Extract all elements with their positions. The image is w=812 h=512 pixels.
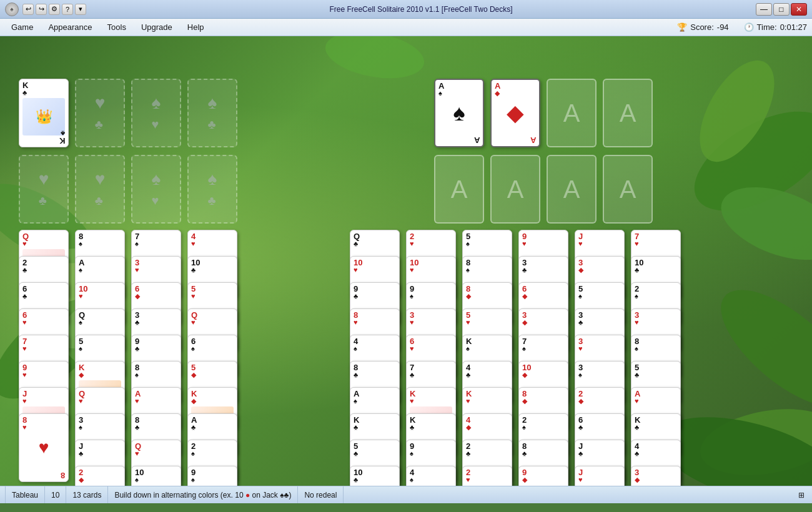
foundation-5[interactable]: A bbox=[434, 155, 484, 224]
freecell-7[interactable]: ♠♥ bbox=[131, 155, 181, 224]
freecell-2[interactable]: ♥♣ bbox=[75, 79, 125, 147]
menu-upgrade[interactable]: Upgrade bbox=[135, 21, 179, 34]
score-icon: 🏆 bbox=[677, 22, 687, 32]
resize-handle[interactable]: ⊞ bbox=[798, 491, 807, 500]
dropdown-button[interactable]: ▾ bbox=[75, 4, 86, 15]
status-cards: 13 cards bbox=[66, 486, 108, 503]
card-suit: ♣ bbox=[22, 89, 27, 96]
tableau-col-2: 8 ♠ A ♠ 10 ♥ Q ♠ 5 ♠ K ◆ 👑 Q ♥ 3 bbox=[75, 230, 125, 436]
settings-button[interactable]: ⚙ bbox=[49, 4, 60, 15]
time-value: 0:01:27 bbox=[780, 22, 807, 32]
foundation-3[interactable]: A bbox=[547, 79, 597, 147]
red-dot: ● bbox=[245, 491, 250, 500]
tableau-col-4: 4 ♥ 10 ♣ 5 ♥ Q ♥ 6 ♠ 5 ◆ K ◆ 👑 A bbox=[187, 230, 237, 463]
tableau-col-1: Q ♥ 👸 2 ♣ 6 ♣ 6 ♥ 7 ♥ 9 ♥ J ♥ 🤴 bbox=[19, 230, 69, 395]
foundation-2[interactable]: A ◆ ◆ A bbox=[490, 79, 540, 147]
tableau-col-8: 9 ♥ 3 ♣ 6 ◆ 3 ◆ 7 ♠ 10 ◆ 8 ◆ 2 ♠ bbox=[518, 230, 568, 450]
title-bar-left: ♠ ↩ ↪ ⚙ ? ▾ bbox=[5, 2, 86, 16]
rule-text: Build down in alternating colors (ex. 10… bbox=[114, 491, 291, 500]
menu-tools[interactable]: Tools bbox=[101, 21, 132, 34]
card-suit: ♠ bbox=[438, 90, 442, 97]
tableau-label: Tableau bbox=[12, 491, 38, 500]
redeal-text: No redeal bbox=[304, 491, 337, 500]
card-9-diamonds-8[interactable]: 9 ◆ bbox=[518, 466, 568, 486]
status-count: 10 bbox=[45, 486, 66, 503]
card-8-hearts[interactable]: 8 ♥ ♥ 8 bbox=[19, 413, 69, 482]
cards-value: 13 cards bbox=[72, 491, 101, 500]
card-10-spades-3[interactable]: 10 ♠ bbox=[131, 466, 181, 486]
tableau-col-3: 7 ♠ 3 ♥ 6 ◆ 3 ♣ 9 ♣ 8 ♠ A ♥ 8 ♣ bbox=[131, 230, 181, 463]
menu-bar: Game Appearance Tools Upgrade Help 🏆 Sco… bbox=[0, 19, 812, 36]
tableau-col-6: 2 ♥ 10 ♥ 9 ♠ 3 ♥ 6 ♥ 7 ♣ K ♥ 👑 K bbox=[406, 230, 456, 450]
card-9-spades-4[interactable]: 9 ♠ bbox=[187, 466, 237, 486]
resize-icon: ⊞ bbox=[798, 491, 805, 500]
card-suit-bot: ♣ bbox=[61, 130, 65, 137]
freecell-5[interactable]: ♥♣ bbox=[19, 155, 69, 224]
score-label: Score: bbox=[690, 22, 714, 32]
help-button[interactable]: ? bbox=[62, 4, 73, 15]
status-rule: Build down in alternating colors (ex. 10… bbox=[108, 486, 298, 503]
foundation-7[interactable]: A bbox=[547, 155, 597, 224]
menu-game[interactable]: Game bbox=[5, 21, 39, 34]
count-value: 10 bbox=[51, 491, 59, 500]
foundation-6[interactable]: A bbox=[490, 155, 540, 224]
freecell-4[interactable]: ♠♣ bbox=[187, 79, 237, 147]
tableau-col-7: 5 ♠ 8 ♠ 8 ◆ 5 ♥ K ♠ 4 ♣ K ♥ 4 ◆ bbox=[462, 230, 512, 450]
status-redeal: No redeal bbox=[298, 486, 344, 503]
card-rank-bot: K bbox=[59, 137, 65, 145]
game-area[interactable]: K ♣ 👑 K ♣ ♥♣ ♠♥ ♠♣ ♥♣ ♥♣ ♠♥ ♠♣ A ♠ ♠ A A… bbox=[0, 36, 812, 486]
score-display: 🏆 Score: -94 bbox=[677, 22, 728, 32]
status-bar: Tableau 10 13 cards Build down in altern… bbox=[0, 486, 812, 503]
status-tableau: Tableau bbox=[5, 486, 45, 503]
tableau-col-10: 7 ♥ 10 ♣ 2 ♠ 3 ♥ 8 ♠ 5 ♣ A ♥ K ♣ bbox=[631, 230, 681, 436]
card-2-hearts2-7[interactable]: 2 ♥ bbox=[462, 466, 512, 486]
maximize-button[interactable]: □ bbox=[773, 3, 790, 16]
quick-access-toolbar: ↩ ↪ ⚙ ? ▾ bbox=[22, 4, 86, 15]
card-rank-bot: A bbox=[530, 136, 536, 144]
foundation-4[interactable]: A bbox=[603, 79, 653, 147]
freecell-3[interactable]: ♠♥ bbox=[131, 79, 181, 147]
close-button[interactable]: ✕ bbox=[791, 3, 807, 16]
window-controls: — □ ✕ bbox=[756, 3, 807, 16]
card-suit: ◆ bbox=[495, 90, 500, 97]
foundation-8[interactable]: A bbox=[603, 155, 653, 224]
card-4-spades2-6[interactable]: 4 ♠ bbox=[406, 466, 456, 486]
card-2-diamonds-2[interactable]: 2 ◆ bbox=[75, 466, 125, 486]
score-value: -94 bbox=[717, 22, 729, 32]
foundation-1[interactable]: A ♠ ♠ A bbox=[434, 79, 484, 147]
time-display: 🕐 Time: 0:01:27 bbox=[744, 22, 807, 32]
card-3-diamonds2-10[interactable]: 3 ◆ bbox=[631, 466, 681, 486]
card-j-hearts2-9[interactable]: J ♥ bbox=[575, 466, 625, 486]
menu-help[interactable]: Help bbox=[181, 21, 210, 34]
card-figure: 👑 bbox=[22, 98, 65, 135]
window-icon: ♠ bbox=[5, 2, 19, 16]
freecell-6[interactable]: ♥♣ bbox=[75, 155, 125, 224]
window-title: Free FreeCell Solitaire 2010 v1.1 [FreeC… bbox=[329, 5, 512, 14]
redo-button[interactable]: ↪ bbox=[36, 4, 47, 15]
tableau-col-5: Q ♣ 10 ♥ 9 ♣ 8 ♥ 4 ♠ 8 ♣ A ♠ K ♣ bbox=[350, 230, 400, 463]
title-bar: ♠ ↩ ↪ ⚙ ? ▾ Free FreeCell Solitaire 2010… bbox=[0, 0, 812, 19]
minimize-button[interactable]: — bbox=[756, 3, 772, 16]
menu-appearance[interactable]: Appearance bbox=[42, 21, 98, 34]
tableau-col-9: J ♥ 3 ◆ 5 ♠ 3 ♣ 3 ♥ 3 ♠ 2 ◆ 6 ♣ bbox=[575, 230, 625, 463]
card-10-clubs-5[interactable]: 10 ♣ bbox=[350, 466, 400, 486]
undo-button[interactable]: ↩ bbox=[22, 4, 34, 15]
time-label: Time: bbox=[757, 22, 777, 32]
card-rank-bot: A bbox=[474, 136, 480, 144]
time-icon: 🕐 bbox=[744, 22, 754, 32]
freecell-8[interactable]: ♠♣ bbox=[187, 155, 237, 224]
freecell-1[interactable]: K ♣ 👑 K ♣ bbox=[19, 79, 69, 147]
